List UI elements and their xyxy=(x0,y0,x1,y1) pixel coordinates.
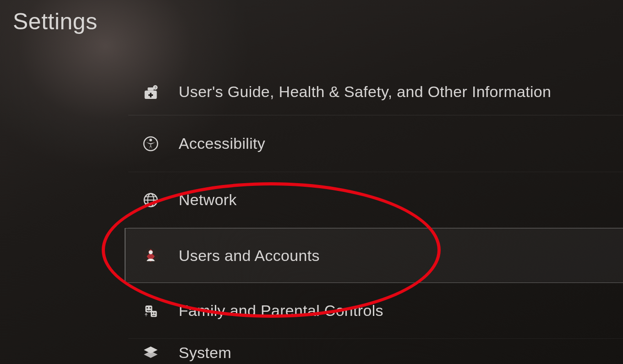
settings-item-label: Users and Accounts xyxy=(179,247,320,265)
svg-point-14 xyxy=(149,250,153,255)
globe-icon xyxy=(139,191,162,209)
svg-rect-3 xyxy=(148,94,153,96)
accessibility-icon xyxy=(139,135,162,153)
settings-item-users-accounts[interactable]: Users and Accounts xyxy=(125,228,623,283)
svg-point-16 xyxy=(147,307,148,308)
svg-marker-22 xyxy=(144,351,158,358)
user-avatar-icon xyxy=(139,246,162,265)
settings-item-network[interactable]: Network xyxy=(128,172,623,228)
medkit-icon: ? xyxy=(139,83,162,101)
settings-item-system[interactable]: System xyxy=(128,339,623,364)
settings-item-label: User's Guide, Health & Safety, and Other… xyxy=(179,83,551,101)
family-icon xyxy=(139,302,162,320)
svg-text:?: ? xyxy=(154,86,156,89)
settings-item-label: Family and Parental Controls xyxy=(179,302,383,320)
page-title: Settings xyxy=(13,8,98,35)
svg-rect-1 xyxy=(148,87,153,91)
svg-point-7 xyxy=(149,138,152,141)
settings-item-label: Accessibility xyxy=(179,135,265,152)
settings-item-label: System xyxy=(179,344,231,362)
settings-item-guide[interactable]: ? User's Guide, Health & Safety, and Oth… xyxy=(128,69,623,115)
settings-item-label: Network xyxy=(179,191,237,209)
settings-list: ? User's Guide, Health & Safety, and Oth… xyxy=(128,69,623,364)
svg-point-17 xyxy=(150,307,151,308)
layers-icon xyxy=(139,343,162,362)
svg-rect-18 xyxy=(151,311,157,317)
svg-point-19 xyxy=(152,312,153,314)
settings-item-accessibility[interactable]: Accessibility xyxy=(128,115,623,172)
svg-point-20 xyxy=(154,312,156,314)
settings-item-family-parental[interactable]: Family and Parental Controls xyxy=(128,283,623,339)
